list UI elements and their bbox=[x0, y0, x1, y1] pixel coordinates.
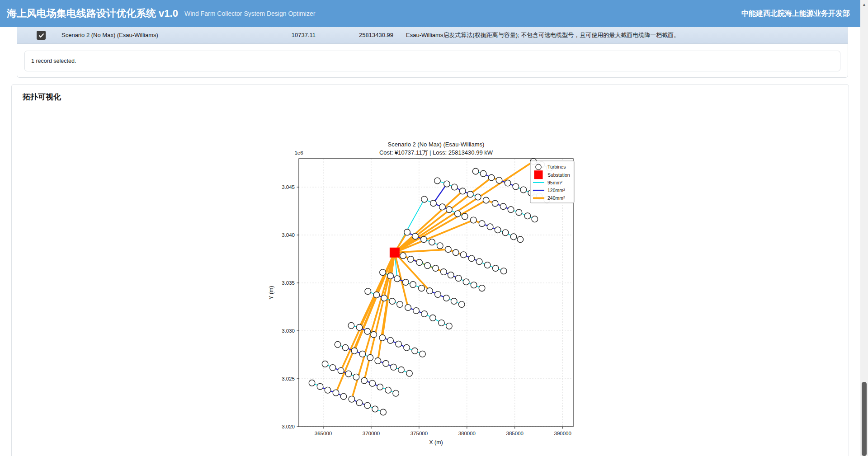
turbine-marker bbox=[448, 272, 454, 278]
turbine-marker bbox=[468, 255, 475, 262]
svg-text:390000: 390000 bbox=[554, 431, 571, 436]
turbine-marker bbox=[472, 168, 479, 174]
chart-subtitle: Cost: ¥10737.11万 | Loss: 25813430.99 kW bbox=[379, 149, 493, 156]
turbine-marker bbox=[325, 387, 331, 393]
turbine-marker bbox=[470, 217, 476, 223]
turbine-marker bbox=[508, 207, 514, 213]
turbine-marker bbox=[451, 298, 457, 305]
cable-240 bbox=[395, 191, 462, 253]
turbine-marker bbox=[361, 377, 368, 384]
turbine-marker bbox=[416, 259, 423, 266]
app-subtitle: Wind Farm Collector System Design Optimi… bbox=[184, 10, 315, 17]
svg-text:365000: 365000 bbox=[315, 431, 332, 436]
turbine-marker bbox=[398, 367, 405, 373]
turbine-marker bbox=[435, 291, 441, 298]
scrollbar-thumb[interactable] bbox=[862, 382, 867, 456]
svg-text:3.045: 3.045 bbox=[282, 184, 295, 190]
turbine-marker bbox=[427, 288, 433, 294]
turbine-marker bbox=[387, 337, 394, 343]
turbine-marker bbox=[371, 331, 377, 338]
turbine-marker bbox=[520, 187, 527, 193]
turbine-marker bbox=[441, 269, 447, 275]
turbine-marker bbox=[380, 269, 386, 276]
app-title: 海上风电场集电线路设计优化系统 v1.0 bbox=[7, 7, 178, 20]
turbine-marker bbox=[458, 301, 465, 308]
turbine-marker bbox=[488, 174, 495, 181]
svg-text:1e6: 1e6 bbox=[294, 150, 303, 155]
turbine-marker bbox=[387, 273, 394, 279]
turbine-marker bbox=[451, 184, 458, 190]
turbine-marker bbox=[405, 305, 411, 311]
turbine-marker bbox=[420, 351, 426, 357]
turbine-marker bbox=[532, 216, 538, 222]
svg-text:Substation: Substation bbox=[547, 172, 570, 178]
turbine-marker bbox=[433, 265, 439, 272]
turbine-marker bbox=[367, 355, 373, 361]
turbine-marker bbox=[459, 188, 466, 194]
turbine-marker bbox=[333, 390, 339, 396]
turbine-marker bbox=[439, 204, 446, 210]
svg-text:370000: 370000 bbox=[363, 431, 380, 436]
turbine-marker bbox=[463, 279, 469, 285]
turbine-marker bbox=[425, 263, 431, 269]
turbine-marker bbox=[517, 236, 524, 243]
turbine-marker bbox=[408, 256, 414, 263]
turbine-marker bbox=[396, 341, 402, 347]
turbine-marker bbox=[345, 371, 352, 377]
row-checkbox[interactable] bbox=[37, 31, 46, 40]
cable-240 bbox=[395, 220, 473, 253]
turbine-marker bbox=[483, 197, 489, 203]
turbine-marker bbox=[513, 183, 519, 190]
svg-text:3.030: 3.030 bbox=[282, 328, 295, 334]
turbine-marker bbox=[421, 311, 428, 317]
topology-chart: 3650003700003750003800003850003900003.02… bbox=[251, 136, 604, 452]
turbine-marker bbox=[373, 292, 380, 298]
turbine-marker bbox=[348, 323, 354, 329]
turbine-marker bbox=[434, 178, 441, 184]
svg-text:375000: 375000 bbox=[410, 431, 428, 436]
turbine-marker bbox=[335, 342, 341, 348]
turbine-marker bbox=[317, 383, 323, 390]
turbine-marker bbox=[356, 400, 363, 406]
turbine-marker bbox=[330, 365, 336, 371]
chart-title: Scenario 2 (No Max) (Esau-Williams) bbox=[388, 141, 485, 148]
substation-marker bbox=[390, 248, 400, 258]
turbine-marker bbox=[439, 320, 445, 326]
turbine-marker bbox=[394, 276, 401, 282]
svg-text:Turbines: Turbines bbox=[547, 164, 566, 169]
turbine-marker bbox=[446, 207, 453, 213]
turbine-marker bbox=[484, 262, 491, 268]
turbine-marker bbox=[400, 253, 406, 259]
turbine-marker bbox=[383, 360, 389, 367]
turbine-marker bbox=[380, 409, 387, 415]
turbine-marker bbox=[492, 200, 498, 207]
turbine-marker bbox=[391, 364, 397, 371]
turbine-marker bbox=[430, 200, 437, 207]
turbine-marker bbox=[500, 203, 506, 210]
svg-text:3.035: 3.035 bbox=[282, 280, 295, 286]
turbine-marker bbox=[410, 282, 416, 288]
turbine-marker bbox=[359, 351, 366, 357]
turbine-marker bbox=[421, 236, 427, 243]
turbine-marker bbox=[429, 239, 435, 245]
svg-text:385000: 385000 bbox=[506, 431, 524, 436]
scrollbar-up-arrow[interactable]: ▲ bbox=[860, 1, 868, 8]
turbine-marker bbox=[453, 249, 459, 256]
turbine-marker bbox=[516, 209, 522, 216]
turbine-marker bbox=[460, 252, 467, 258]
svg-text:3.020: 3.020 bbox=[282, 424, 295, 429]
svg-text:95mm²: 95mm² bbox=[547, 180, 562, 185]
turbine-marker bbox=[364, 328, 371, 334]
table-row[interactable]: Scenario 2 (No Max) (Esau-Williams) 1073… bbox=[17, 27, 848, 44]
turbine-marker bbox=[487, 224, 493, 230]
app-header: 海上风电场集电线路设计优化系统 v1.0 Wind Farm Collector… bbox=[0, 0, 868, 27]
selection-footer: 1 record selected. bbox=[24, 51, 840, 71]
org-name: 中能建西北院海上能源业务开发部 bbox=[741, 9, 850, 19]
turbine-marker bbox=[381, 295, 387, 301]
turbine-marker bbox=[389, 298, 396, 305]
turbine-marker bbox=[404, 345, 410, 351]
scrollbar: ▲ bbox=[860, 0, 868, 456]
scenario-description: Esau-Williams启发式算法(权衡距离与容量); 不包含可选电缆型号，且… bbox=[406, 27, 679, 43]
turbine-marker bbox=[404, 229, 410, 235]
turbine-marker bbox=[349, 396, 355, 402]
